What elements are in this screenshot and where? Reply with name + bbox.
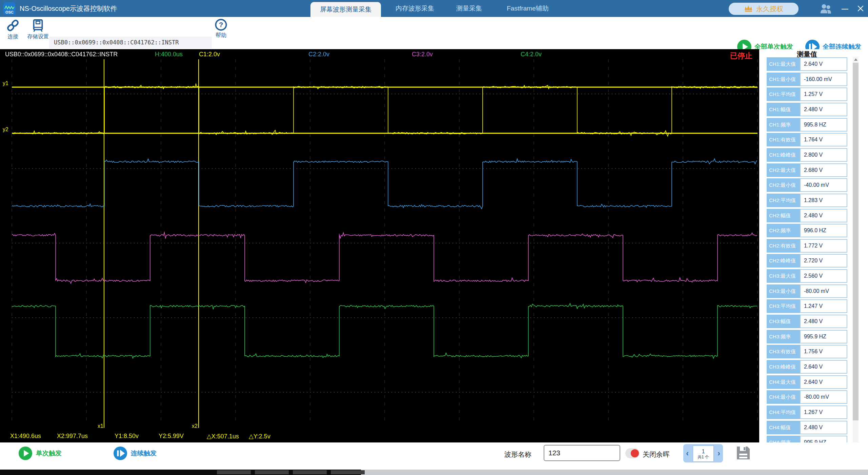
- measure-label-18[interactable]: CH3:频率: [767, 330, 800, 343]
- license-button[interactable]: 永久授权: [729, 3, 799, 15]
- pause-play-icon: [113, 446, 127, 460]
- tab-1[interactable]: 屏幕波形测量采集: [310, 2, 381, 17]
- readout-item-4: △X:507.1us: [207, 433, 239, 440]
- minimize-icon: [842, 9, 848, 9]
- measure-label-20[interactable]: CH3:峰峰值: [767, 360, 800, 374]
- cursor-y1-label: y1: [3, 80, 8, 86]
- prev-page-button[interactable]: ‹: [686, 444, 689, 462]
- users-icon[interactable]: [819, 4, 834, 14]
- taskbar-app-button-3[interactable]: [331, 470, 365, 474]
- measure-label-17[interactable]: CH3:幅值: [767, 315, 800, 328]
- measure-label-14[interactable]: CH3:最大值: [767, 269, 800, 283]
- continuous-trigger-label: 连续触发: [131, 449, 157, 458]
- readout-item-3: Y2:5.99V: [159, 433, 184, 440]
- measure-value-20: 2.640 V: [800, 360, 847, 374]
- measure-label-16[interactable]: CH3:平均值: [767, 299, 800, 313]
- measure-label-11[interactable]: CH2:频率: [767, 224, 800, 237]
- tab-2[interactable]: 内存波形采集: [395, 0, 435, 17]
- measure-label-13[interactable]: CH2:峰峰值: [767, 254, 800, 268]
- measure-label-8[interactable]: CH2:最小值: [767, 178, 800, 192]
- license-label: 永久授权: [756, 4, 783, 14]
- taskbar-light-area: [361, 470, 868, 475]
- acquisition-status: 已停止: [730, 51, 752, 61]
- measure-label-9[interactable]: CH2:平均值: [767, 194, 800, 207]
- measure-label-15[interactable]: CH3:最小值: [767, 284, 800, 298]
- persistence-toggle[interactable]: [625, 448, 640, 458]
- close-button[interactable]: [855, 3, 866, 14]
- measure-label-6[interactable]: CH1:峰峰值: [767, 148, 800, 162]
- tab-4[interactable]: Fastframe辅助: [503, 0, 552, 17]
- measure-value-18: 995.9 HZ: [800, 330, 847, 343]
- storage-settings-button[interactable]: 存储设置: [25, 18, 51, 40]
- current-page: 1: [702, 448, 705, 455]
- measure-value-19: 1.756 V: [800, 345, 847, 358]
- cursor-x2-label: x2: [192, 423, 198, 429]
- link-icon: [6, 18, 20, 33]
- measure-label-3[interactable]: CH1:幅值: [767, 103, 800, 116]
- measure-value-24: 2.480 V: [800, 421, 847, 434]
- scale-label-1: C1:2.0v: [199, 51, 220, 58]
- measure-label-21[interactable]: CH4:最大值: [767, 375, 800, 389]
- measure-label-7[interactable]: CH2:最大值: [767, 163, 800, 177]
- measure-value-12: 1.772 V: [800, 239, 847, 253]
- taskbar-strip: [0, 470, 868, 475]
- waveform-name-input[interactable]: [544, 445, 620, 461]
- logo-waveform-icon: [4, 5, 15, 10]
- titlebar: OSC NS-Oscilloscope示波器控制软件 屏幕波形测量采集内存波形采…: [0, 0, 868, 17]
- total-pages: 共1 个: [698, 455, 709, 459]
- measure-value-10: 2.480 V: [800, 209, 847, 222]
- help-button[interactable]: ? 帮助: [213, 18, 229, 39]
- measure-label-22[interactable]: CH4:最小值: [767, 390, 800, 404]
- measure-label-1[interactable]: CH1:最小值: [767, 73, 800, 86]
- taskbar-app-button-0[interactable]: [217, 470, 251, 474]
- oscilloscope-display: USB0::0x0699::0x0408::C041762::INSTR H:4…: [0, 49, 759, 442]
- minimize-button[interactable]: [840, 3, 850, 14]
- svg-text:?: ?: [219, 21, 223, 28]
- measure-label-23[interactable]: CH4:平均值: [767, 405, 800, 419]
- measure-value-1: -160.00 mV: [800, 73, 847, 86]
- measure-value-2: 1.257 V: [800, 87, 847, 101]
- cursor-y2-label: y2: [3, 126, 8, 133]
- page-indicator: 1 共1 个: [693, 446, 714, 462]
- scope-resource-text: USB0::0x0699::0x0408::C041762::INSTR: [5, 51, 118, 58]
- readout-item-2: Y1:8.50v: [115, 433, 139, 440]
- measure-value-17: 2.480 V: [800, 315, 847, 328]
- measure-label-5[interactable]: CH1:有效值: [767, 133, 800, 146]
- storage-settings-label: 存储设置: [27, 33, 49, 40]
- connect-button[interactable]: 连接: [3, 18, 23, 40]
- tab-3[interactable]: 测量采集: [456, 0, 483, 17]
- measure-label-19[interactable]: CH3:有效值: [767, 345, 800, 358]
- waveform-canvas[interactable]: [0, 49, 759, 442]
- save-button[interactable]: [735, 445, 751, 461]
- taskbar-app-button-2[interactable]: [293, 470, 327, 474]
- taskbar-app-button-1[interactable]: [255, 470, 289, 474]
- readout-item-1: X2:997.7us: [57, 433, 88, 440]
- crown-icon: [744, 5, 753, 12]
- measure-label-4[interactable]: CH1:频率: [767, 118, 800, 132]
- scale-label-4: C4:2.0v: [521, 51, 542, 58]
- measure-value-13: 2.720 V: [800, 254, 847, 268]
- scroll-up-icon[interactable]: [854, 58, 857, 61]
- readout-item-0: X1:490.6us: [10, 433, 41, 440]
- measure-value-15: -80.00 mV: [800, 284, 847, 298]
- measure-value-22: -80.00 mV: [800, 390, 847, 404]
- measure-value-9: 1.283 V: [800, 194, 847, 207]
- measure-value-6: 2.800 V: [800, 148, 847, 162]
- scrollbar-thumb[interactable]: [853, 63, 859, 420]
- measure-label-12[interactable]: CH2:有效值: [767, 239, 800, 253]
- single-trigger-button[interactable]: 单次触发: [18, 446, 62, 460]
- panel-scrollbar[interactable]: [853, 57, 859, 456]
- next-page-button[interactable]: ›: [718, 444, 720, 462]
- measure-label-0[interactable]: CH1:最大值: [767, 57, 800, 71]
- toolbar: 连接 存储设置 设置时基通道触发光标测量 ? 帮助 全部单次触发 全部连续触发: [0, 17, 868, 49]
- resource-address-input[interactable]: [49, 37, 212, 48]
- app-logo-text: OSC: [5, 10, 14, 15]
- measure-label-2[interactable]: CH1:平均值: [767, 87, 800, 101]
- app-logo-icon: OSC: [3, 2, 16, 15]
- app-title: NS-Oscilloscope示波器控制软件: [20, 0, 117, 17]
- continuous-trigger-button[interactable]: 连续触发: [113, 446, 157, 460]
- measure-value-3: 2.480 V: [800, 103, 847, 116]
- measure-label-24[interactable]: CH4:幅值: [767, 421, 800, 434]
- measure-label-10[interactable]: CH2:幅值: [767, 209, 800, 222]
- measurement-panel: 测量值 CH1:最大值2.640 VCH1:最小值-160.00 mVCH1:平…: [759, 49, 868, 470]
